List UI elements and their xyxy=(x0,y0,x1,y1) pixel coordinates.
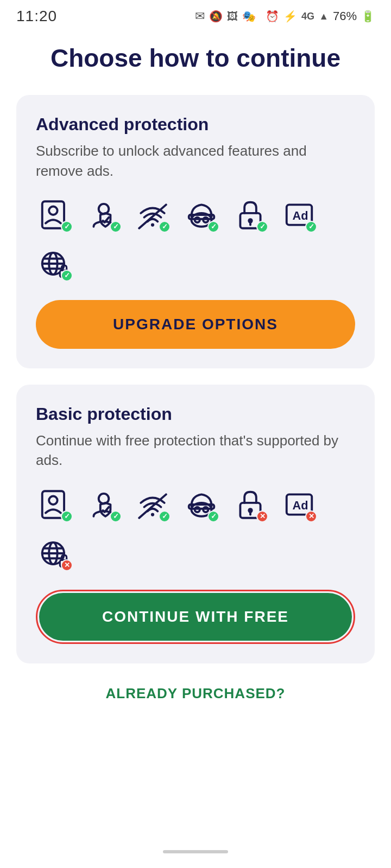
feature-lock: ✓ xyxy=(231,196,269,234)
basic-protection-card: Basic protection Continue with free prot… xyxy=(16,385,375,663)
basic-feature-incognito: ✓ xyxy=(182,486,220,524)
svg-point-23 xyxy=(151,513,154,516)
signal-icon: 4G xyxy=(301,11,314,22)
bluetooth-icon: ⚡ xyxy=(283,10,297,23)
alarm-icon: ⏰ xyxy=(266,10,279,23)
network-signal-icon: ▲ xyxy=(319,11,329,22)
basic-feature-lock: ✕ xyxy=(231,486,269,524)
x-badge: ✕ xyxy=(256,510,268,522)
basic-feature-globe: ✕ xyxy=(36,534,74,572)
svg-point-22 xyxy=(99,494,109,504)
check-badge: ✓ xyxy=(256,221,268,233)
status-time: 11:20 xyxy=(16,8,57,25)
feature-person-shield: ✓ xyxy=(85,196,123,234)
check-badge: ✓ xyxy=(207,221,219,233)
x-badge: ✕ xyxy=(305,510,317,522)
check-badge: ✓ xyxy=(61,221,73,233)
already-purchased-link[interactable]: ALREADY PURCHASED? xyxy=(106,685,286,702)
svg-text:Ad: Ad xyxy=(293,499,308,512)
main-content: Choose how to continue Advanced protecti… xyxy=(0,33,391,841)
advanced-card-desc: Subscribe to unlock advanced features an… xyxy=(36,141,355,181)
battery-level: 76% xyxy=(333,9,357,23)
check-badge: ✓ xyxy=(61,270,73,282)
status-bar: 11:20 ✉ 🔕 🖼 🎭 ⏰ ⚡ 4G ▲ 76% 🔋 xyxy=(0,0,391,33)
app-icon: 🎭 xyxy=(242,10,256,23)
feature-incognito: ✓ xyxy=(182,196,220,234)
check-badge: ✓ xyxy=(159,510,171,522)
svg-text:Ad: Ad xyxy=(293,209,308,222)
check-badge: ✓ xyxy=(207,510,219,522)
feature-identity-doc: ✓ xyxy=(36,196,74,234)
check-badge: ✓ xyxy=(110,510,122,522)
mail-icon: ✉ xyxy=(195,9,205,23)
svg-point-3 xyxy=(151,223,154,226)
svg-point-1 xyxy=(49,206,58,215)
notifications-icon: 🔕 xyxy=(209,10,223,23)
advanced-protection-card: Advanced protection Subscribe to unlock … xyxy=(16,95,375,368)
photos-icon: 🖼 xyxy=(227,10,238,23)
basic-feature-person-shield: ✓ xyxy=(85,486,123,524)
bottom-bar xyxy=(0,841,391,868)
check-badge: ✓ xyxy=(61,510,73,522)
basic-feature-identity-doc: ✓ xyxy=(36,486,74,524)
upgrade-button[interactable]: UPGRADE OPTIONS xyxy=(36,300,355,349)
battery-icon: 🔋 xyxy=(361,10,375,23)
svg-point-21 xyxy=(49,496,58,505)
continue-free-button-wrapper: CONTINUE WITH FREE xyxy=(36,590,355,644)
check-badge: ✓ xyxy=(159,221,171,233)
basic-features-row: ✓ ✓ ✓ xyxy=(36,486,355,572)
basic-feature-ad: Ad ✕ xyxy=(280,486,318,524)
basic-feature-wifi: ✓ xyxy=(134,486,172,524)
continue-free-button[interactable]: CONTINUE WITH FREE xyxy=(39,593,352,641)
feature-globe-lock: ✓ xyxy=(36,245,74,283)
x-badge: ✕ xyxy=(61,559,73,571)
basic-card-title: Basic protection xyxy=(36,404,355,424)
status-icons: ✉ 🔕 🖼 🎭 ⏰ ⚡ 4G ▲ 76% 🔋 xyxy=(195,9,375,23)
page-title: Choose how to continue xyxy=(51,43,340,73)
check-badge: ✓ xyxy=(305,221,317,233)
advanced-card-title: Advanced protection xyxy=(36,114,355,135)
check-badge: ✓ xyxy=(110,221,122,233)
feature-wifi-protection: ✓ xyxy=(134,196,172,234)
basic-card-desc: Continue with free protection that's sup… xyxy=(36,431,355,470)
bottom-home-indicator xyxy=(163,850,228,853)
advanced-features-row: ✓ ✓ xyxy=(36,196,355,283)
svg-point-2 xyxy=(99,204,109,214)
feature-ad-block: Ad ✓ xyxy=(280,196,318,234)
